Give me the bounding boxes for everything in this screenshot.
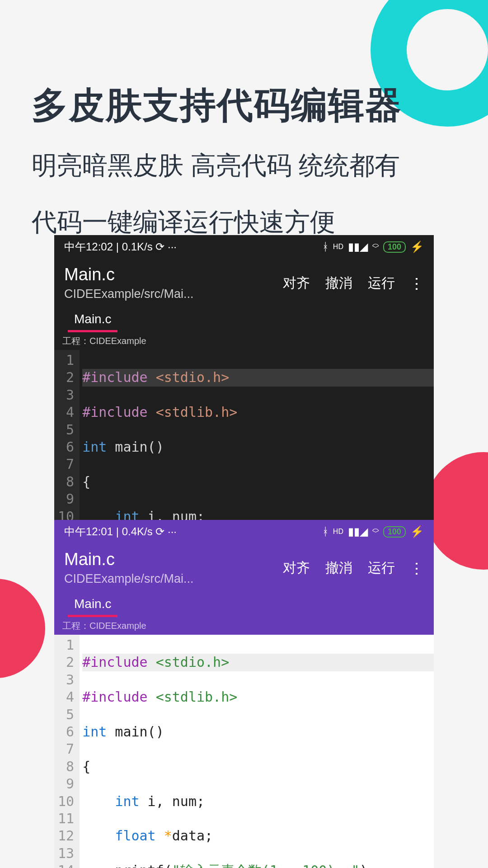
statusbar-light: 中午12:01 | 0.4K/s ⟳ ··· ᚼ HD ▮▮◢ ⌔ 100 ⚡ — [54, 520, 434, 543]
appbar-dark: Main.c CIDEExample/src/Mai... 对齐 撤消 运行 ⋯ — [54, 259, 434, 307]
status-right: ᚼ HD ▮▮◢ ⌔ 100 ⚡ — [322, 241, 424, 253]
editor-dark[interactable]: 1 2 3 4 5 6 7 8 9 10 11 12 #include <std… — [54, 350, 434, 520]
bluetooth-icon: ᚼ — [322, 241, 328, 253]
code-line: { — [82, 758, 434, 775]
run-button[interactable]: 运行 — [368, 559, 395, 577]
status-time: 中午12:01 | 0.4K/s — [64, 525, 153, 538]
line-number: 12 — [58, 827, 74, 844]
appbar-actions: 对齐 撤消 运行 ⋯ — [283, 274, 424, 292]
bluetooth-icon: ᚼ — [322, 525, 328, 538]
run-button[interactable]: 运行 — [368, 274, 395, 292]
line-number: 8 — [58, 758, 74, 775]
status-left: 中午12:01 | 0.4K/s ⟳ ··· — [64, 524, 177, 539]
tab-main-c[interactable]: Main.c — [68, 307, 117, 332]
code-line: #include <stdio.h> — [82, 369, 434, 386]
battery-badge: 100 — [383, 526, 406, 538]
appbar-left: Main.c CIDEExample/src/Mai... — [64, 550, 283, 586]
code-area[interactable]: #include <stdio.h> #include <stdlib.h> i… — [80, 350, 434, 520]
status-more-icon: ··· — [168, 241, 177, 253]
statusbar-dark: 中午12:02 | 0.1K/s ⟳ ··· ᚼ HD ▮▮◢ ⌔ 100 ⚡ — [54, 235, 434, 259]
signal-icon: ▮▮◢ — [348, 525, 368, 538]
hero-text: 多皮肤支持代码编辑器 明亮暗黑皮肤 高亮代码 统统都有 代码一键编译运行快速方便 — [32, 81, 402, 243]
project-label: 工程：CIDEExample — [54, 332, 434, 350]
file-path: CIDEExample/src/Mai... — [64, 287, 283, 301]
hd-icon: HD — [333, 243, 343, 251]
line-number: 9 — [58, 491, 74, 508]
status-time: 中午12:02 | 0.1K/s — [64, 241, 153, 253]
line-number: 4 — [58, 689, 74, 706]
hd-icon: HD — [333, 528, 343, 536]
wifi-icon: ⌔ — [372, 525, 379, 538]
project-label: 工程：CIDEExample — [54, 617, 434, 635]
gutter: 1 2 3 4 5 6 7 8 9 10 11 12 — [54, 350, 80, 520]
line-number: 2 — [58, 369, 74, 386]
appbar-actions: 对齐 撤消 运行 ⋯ — [283, 559, 424, 577]
status-icon-rotation: ⟳ — [155, 525, 164, 538]
line-number: 7 — [58, 456, 74, 473]
code-line: #include <stdlib.h> — [82, 404, 434, 421]
decor-circle-pink-left — [0, 579, 45, 678]
charge-icon: ⚡ — [410, 241, 424, 253]
code-line: { — [82, 473, 434, 491]
file-title: Main.c — [64, 550, 283, 569]
file-title: Main.c — [64, 265, 283, 284]
hero-line1: 明亮暗黑皮肤 高亮代码 统统都有 — [32, 144, 402, 187]
code-line: int main() — [82, 439, 434, 456]
line-number: 11 — [58, 810, 74, 827]
tabbar-light: Main.c — [54, 592, 434, 617]
line-number: 9 — [58, 775, 74, 793]
status-more-icon: ··· — [168, 525, 177, 538]
line-number: 1 — [58, 352, 74, 369]
phone-dark: 中午12:02 | 0.1K/s ⟳ ··· ᚼ HD ▮▮◢ ⌔ 100 ⚡ … — [54, 235, 434, 520]
battery-badge: 100 — [383, 241, 406, 253]
appbar-light: Main.c CIDEExample/src/Mai... 对齐 撤消 运行 ⋯ — [54, 543, 434, 592]
code-line: #include <stdlib.h> — [82, 689, 434, 706]
line-number: 6 — [58, 723, 74, 741]
line-number: 10 — [58, 508, 74, 520]
line-number: 10 — [58, 793, 74, 810]
line-number: 2 — [58, 654, 74, 671]
line-number: 3 — [58, 387, 74, 404]
align-button[interactable]: 对齐 — [283, 559, 310, 577]
code-line: printf("输入元素个数(1 ~ 100): "); — [82, 862, 434, 868]
hero-title: 多皮肤支持代码编辑器 — [32, 81, 402, 130]
code-area[interactable]: #include <stdio.h> #include <stdlib.h> i… — [80, 635, 434, 868]
code-line: #include <stdio.h> — [82, 654, 434, 671]
code-line: int i, num; — [82, 508, 434, 520]
decor-circle-pink-right — [425, 452, 488, 570]
code-line: int main() — [82, 723, 434, 741]
line-number: 4 — [58, 404, 74, 421]
gutter: 1 2 3 4 5 6 7 8 9 10 11 12 13 14 — [54, 635, 80, 868]
undo-button[interactable]: 撤消 — [325, 274, 352, 292]
overflow-menu-icon[interactable]: ⋯ — [408, 276, 426, 290]
line-number: 8 — [58, 473, 74, 491]
line-number: 14 — [58, 862, 74, 868]
line-number: 7 — [58, 741, 74, 758]
align-button[interactable]: 对齐 — [283, 274, 310, 292]
undo-button[interactable]: 撤消 — [325, 559, 352, 577]
tab-main-c[interactable]: Main.c — [68, 592, 117, 617]
line-number: 5 — [58, 421, 74, 439]
status-left: 中午12:02 | 0.1K/s ⟳ ··· — [64, 240, 177, 254]
file-path: CIDEExample/src/Mai... — [64, 572, 283, 586]
tabbar-dark: Main.c — [54, 307, 434, 332]
line-number: 13 — [58, 845, 74, 862]
wifi-icon: ⌔ — [372, 241, 379, 253]
code-line: int i, num; — [82, 793, 434, 810]
charge-icon: ⚡ — [410, 525, 424, 538]
overflow-menu-icon[interactable]: ⋯ — [408, 561, 426, 575]
status-right: ᚼ HD ▮▮◢ ⌔ 100 ⚡ — [322, 525, 424, 538]
editor-light[interactable]: 1 2 3 4 5 6 7 8 9 10 11 12 13 14 #includ… — [54, 635, 434, 868]
line-number: 6 — [58, 439, 74, 456]
signal-icon: ▮▮◢ — [348, 241, 368, 253]
phone-light: 中午12:01 | 0.4K/s ⟳ ··· ᚼ HD ▮▮◢ ⌔ 100 ⚡ … — [54, 520, 434, 868]
code-line: float *data; — [82, 827, 434, 844]
line-number: 5 — [58, 706, 74, 723]
status-icon-rotation: ⟳ — [155, 241, 164, 253]
line-number: 3 — [58, 671, 74, 689]
appbar-left: Main.c CIDEExample/src/Mai... — [64, 265, 283, 301]
line-number: 1 — [58, 637, 74, 654]
